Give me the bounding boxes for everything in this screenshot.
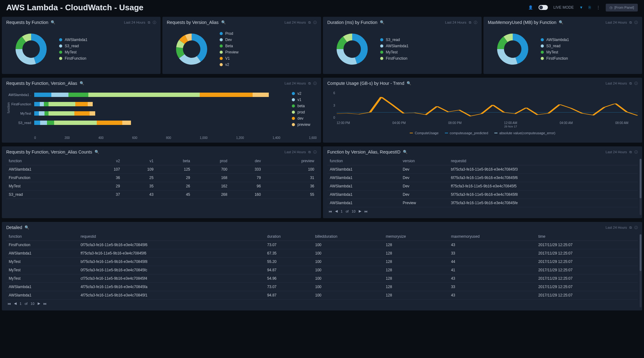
column-header[interactable]: version bbox=[400, 157, 448, 165]
info-icon[interactable]: ⓘ bbox=[313, 20, 317, 25]
info-icon[interactable]: ⓘ bbox=[474, 20, 477, 25]
open-icon[interactable]: ⧉ bbox=[629, 81, 632, 85]
legend-item[interactable]: Beta bbox=[220, 44, 239, 48]
magnify-icon[interactable]: 🔍 bbox=[95, 150, 99, 154]
legend-item[interactable]: MyTest bbox=[380, 50, 408, 54]
legend-item[interactable]: AWSlambda1 bbox=[541, 38, 569, 42]
table-row[interactable]: S3_read37434526816055 bbox=[6, 190, 317, 199]
legend-item[interactable]: S3_read bbox=[541, 44, 569, 48]
last-page-icon[interactable]: ⏭ bbox=[43, 302, 47, 305]
legend-item[interactable]: FirstFunction bbox=[380, 56, 408, 61]
open-icon[interactable]: ⧉ bbox=[629, 226, 632, 230]
table-row[interactable]: MyTestcf75cfa3-fe16-11e5-9b16-e3e4c70845… bbox=[6, 274, 638, 283]
table-row[interactable]: FirstFunction3625291687931 bbox=[6, 174, 317, 182]
column-header[interactable]: preview bbox=[263, 157, 317, 165]
open-icon[interactable]: ⧉ bbox=[629, 150, 632, 154]
scrollbar[interactable] bbox=[640, 159, 642, 215]
table-row[interactable]: AWSlambda1Dev5f75cfa3-fe16-11e5-9b16-e3e… bbox=[327, 190, 638, 199]
table-row[interactable]: AWSlambda1Preview3f75cfa3-fe16-11e5-9b16… bbox=[327, 199, 638, 207]
column-header[interactable]: beta bbox=[156, 157, 193, 165]
legend-item[interactable]: prod bbox=[292, 110, 317, 114]
info-icon[interactable]: ⓘ bbox=[634, 81, 638, 86]
next-page-icon[interactable]: ▶ bbox=[359, 209, 361, 213]
legend-item[interactable]: dev bbox=[292, 116, 317, 121]
legend-item[interactable]: v2 bbox=[292, 91, 317, 96]
legend-item[interactable]: AWSlambda1 bbox=[59, 38, 87, 42]
table-row[interactable]: AWSlambda1Dev6f75cfa3-fe16-11e5-9b16-e3e… bbox=[327, 174, 638, 182]
info-icon[interactable]: ⓘ bbox=[313, 150, 317, 154]
legend-item[interactable]: Preview bbox=[220, 50, 239, 54]
table-row[interactable]: MyTest0f75cfa3-fe16-11e5-9b16-e3e4c70845… bbox=[6, 266, 638, 274]
legend-item[interactable]: v2 bbox=[220, 62, 239, 67]
table-row[interactable]: FirstFunction0f75cfa3-fe16-11e5-9b16-e3e… bbox=[6, 241, 638, 249]
column-header[interactable]: function bbox=[6, 157, 89, 165]
prev-page-icon[interactable]: ◀ bbox=[335, 209, 338, 213]
magnify-icon[interactable]: 🔍 bbox=[380, 20, 385, 25]
open-icon[interactable]: ⧉ bbox=[148, 21, 150, 25]
magnify-icon[interactable]: 🔍 bbox=[559, 20, 563, 25]
info-icon[interactable]: ⓘ bbox=[634, 20, 638, 25]
legend-item[interactable]: v1 bbox=[292, 98, 317, 102]
legend-item[interactable]: V1 bbox=[220, 56, 239, 61]
legend-item[interactable]: beta bbox=[292, 104, 317, 108]
scrollbar[interactable] bbox=[640, 234, 642, 307]
open-icon[interactable]: ⧉ bbox=[469, 21, 471, 25]
table-row[interactable]: AWSlambda1107109125700333100 bbox=[6, 165, 317, 174]
column-header[interactable]: v2 bbox=[89, 157, 123, 165]
open-icon[interactable]: ⧉ bbox=[308, 81, 311, 85]
prev-page-icon[interactable]: ◀ bbox=[14, 301, 16, 305]
magnify-icon[interactable]: 🔍 bbox=[403, 150, 408, 154]
column-header[interactable]: requestid bbox=[448, 157, 638, 165]
legend-item[interactable]: Dev bbox=[220, 38, 239, 42]
legend-item[interactable]: FirstFunction bbox=[59, 56, 87, 61]
next-page-icon[interactable]: ▶ bbox=[38, 301, 40, 305]
legend-item[interactable]: Prod bbox=[220, 31, 239, 36]
column-header[interactable]: function bbox=[6, 232, 78, 241]
legend-item[interactable]: S3_read bbox=[380, 38, 408, 42]
table-row[interactable]: MyTestbf75cfa3-fe16-11e5-9b16-e3e4c70845… bbox=[6, 258, 638, 266]
share-icon[interactable]: ⎘ bbox=[589, 5, 591, 10]
first-page-icon[interactable]: ⏮ bbox=[329, 209, 332, 213]
info-icon[interactable]: ⓘ bbox=[634, 225, 638, 230]
legend-item[interactable]: MyTest bbox=[541, 50, 569, 54]
legend-item[interactable]: S3_read bbox=[59, 44, 87, 48]
magnify-icon[interactable]: 🔍 bbox=[25, 225, 29, 230]
open-icon[interactable]: ⧉ bbox=[629, 21, 632, 25]
column-header[interactable]: prod bbox=[193, 157, 230, 165]
column-header[interactable]: function bbox=[327, 157, 400, 165]
table-row[interactable]: AWSlambda1Devff75cfa3-fe16-11e5-9b16-e3e… bbox=[327, 182, 638, 190]
legend-item[interactable]: FirstFunction bbox=[541, 56, 569, 61]
magnify-icon[interactable]: 🔍 bbox=[221, 20, 226, 25]
column-header[interactable]: time bbox=[536, 232, 638, 241]
table-row[interactable]: AWSlambda1ff75cfa3-fe16-11e5-9b16-e3e4c7… bbox=[6, 249, 638, 258]
table-row[interactable]: AWSlambda14f75cfa3-fe16-11e5-9b16-e3e4c7… bbox=[6, 283, 638, 291]
table-row[interactable]: AWSlambda14f75cfa3-fe16-11e5-9b16-e3e4c7… bbox=[6, 291, 638, 300]
column-header[interactable]: requestid bbox=[78, 232, 265, 241]
table-row[interactable]: AWSlambda1Devbf75cfa3-fe16-11e5-9b16-e3e… bbox=[327, 165, 638, 174]
last-page-icon[interactable]: ⏭ bbox=[364, 209, 368, 213]
legend-item[interactable]: AWSlambda1 bbox=[380, 44, 408, 48]
from-panel-button[interactable]: ◷ [From Panel] bbox=[606, 4, 638, 11]
magnify-icon[interactable]: 🔍 bbox=[51, 20, 55, 25]
magnify-icon[interactable]: 🔍 bbox=[80, 81, 84, 85]
legend-item[interactable]: preview bbox=[292, 122, 317, 127]
info-icon[interactable]: ⓘ bbox=[634, 150, 638, 154]
filter-icon[interactable]: ▼ bbox=[579, 5, 583, 10]
column-header[interactable]: billedduration bbox=[313, 232, 383, 241]
column-header[interactable]: v1 bbox=[123, 157, 156, 165]
magnify-icon[interactable]: 🔍 bbox=[407, 81, 411, 85]
live-mode-toggle[interactable] bbox=[539, 5, 548, 10]
column-header[interactable]: memorysize bbox=[383, 232, 449, 241]
info-icon[interactable]: ⓘ bbox=[153, 20, 156, 25]
open-icon[interactable]: ⧉ bbox=[308, 21, 311, 25]
first-page-icon[interactable]: ⏮ bbox=[7, 302, 11, 305]
table-row[interactable]: MyTest2935261629636 bbox=[6, 182, 317, 190]
column-header[interactable]: maxmemoryused bbox=[449, 232, 536, 241]
user-icon[interactable]: 👤 bbox=[528, 5, 533, 10]
column-header[interactable]: dev bbox=[230, 157, 264, 165]
open-icon[interactable]: ⧉ bbox=[308, 150, 311, 154]
more-icon[interactable]: ⋮ bbox=[596, 5, 600, 10]
legend-item[interactable]: MyTest bbox=[59, 50, 87, 54]
info-icon[interactable]: ⓘ bbox=[313, 81, 317, 86]
column-header[interactable]: duration bbox=[265, 232, 313, 241]
